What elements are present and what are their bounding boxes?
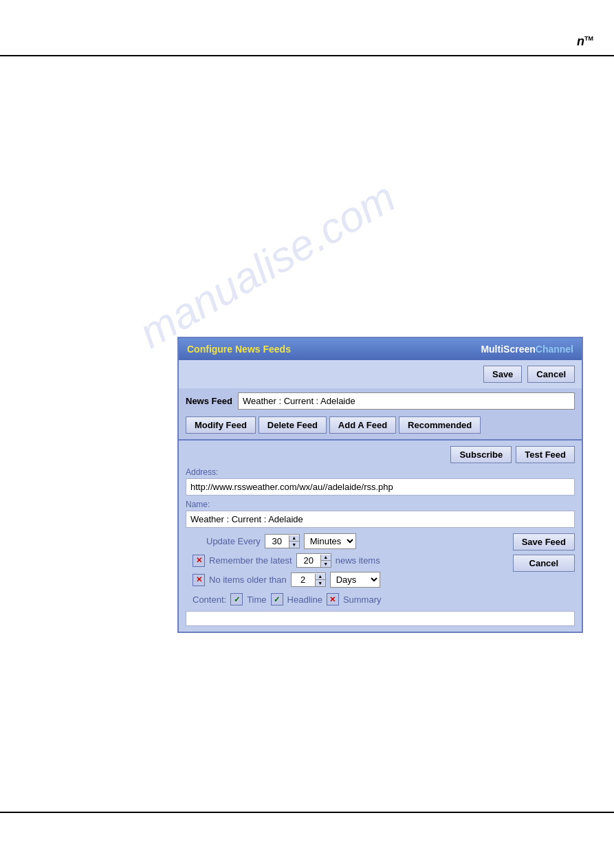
remember-spinner-buttons: ▲ ▼ [320, 555, 331, 567]
no-items-unit-select[interactable]: Days Weeks Months [330, 572, 380, 588]
dialog-brand: MultiScreenChannel [481, 344, 573, 355]
configure-dialog: Configure News Feeds MultiScreenChannel … [177, 337, 583, 633]
status-bar [186, 611, 575, 626]
headline-label: Headline [287, 594, 322, 605]
logo-n: n [577, 34, 584, 48]
address-label: Address: [186, 467, 575, 477]
save-button[interactable]: Save [483, 366, 522, 383]
recommended-button[interactable]: Recommended [399, 416, 481, 434]
dialog-title: Configure News Feeds [187, 344, 291, 355]
remember-value-input[interactable] [297, 554, 320, 567]
update-every-row: Update Every ▲ ▼ Minutes Hours Days [206, 533, 499, 549]
update-spinner: ▲ ▼ [265, 534, 300, 548]
update-spinner-buttons: ▲ ▼ [289, 535, 299, 548]
no-items-spinner: ▲ ▼ [291, 572, 326, 587]
bottom-border [0, 812, 614, 813]
remember-increment-btn[interactable]: ▲ [321, 555, 331, 561]
subscribe-row: Subscribe Test Feed [186, 446, 575, 463]
save-feed-button[interactable]: Save Feed [513, 533, 575, 550]
top-border [0, 55, 614, 56]
no-items-label: No items older than [209, 575, 287, 585]
dialog-titlebar: Configure News Feeds MultiScreenChannel [179, 338, 582, 360]
time-checkbox[interactable]: ✓ [230, 593, 243, 605]
top-buttons-row: Save Cancel [179, 360, 582, 388]
content-label: Content: [193, 594, 226, 605]
modify-feed-button[interactable]: Modify Feed [186, 416, 256, 434]
newsfeed-select-wrapper: Weather : Current : Adelaide [238, 392, 575, 410]
remember-label: Remember the latest [209, 555, 292, 566]
remember-row: ✕ Remember the latest ▲ ▼ news items [193, 553, 499, 568]
no-items-increment-btn[interactable]: ▲ [316, 574, 325, 580]
no-items-value-input[interactable] [292, 573, 315, 586]
remember-decrement-btn[interactable]: ▼ [321, 561, 331, 567]
cancel-button[interactable]: Cancel [527, 366, 575, 383]
name-input[interactable] [186, 511, 575, 528]
no-items-checkbox[interactable]: ✕ [193, 574, 205, 586]
brand-multi: MultiScreen [481, 344, 535, 355]
time-label: Time [247, 594, 266, 605]
update-label: Update Every [206, 536, 261, 546]
cancel-feed-button[interactable]: Cancel [513, 555, 575, 572]
summary-label: Summary [343, 594, 382, 605]
brand-channel: Channel [536, 344, 573, 355]
no-items-decrement-btn[interactable]: ▼ [316, 580, 325, 586]
options-area: Update Every ▲ ▼ Minutes Hours Days ✕ R [186, 533, 575, 605]
subscribe-button[interactable]: Subscribe [450, 446, 512, 463]
logo-tm: TM [584, 35, 593, 42]
side-buttons: Save Feed Cancel [513, 533, 575, 572]
remember-checkbox[interactable]: ✕ [193, 555, 205, 567]
add-feed-button[interactable]: Add A Feed [329, 416, 396, 434]
summary-checkbox[interactable]: ✕ [327, 593, 339, 605]
no-items-spinner-buttons: ▲ ▼ [315, 574, 325, 586]
headline-checkbox[interactable]: ✓ [271, 593, 283, 605]
no-items-row: ✕ No items older than ▲ ▼ Days Weeks Mon… [193, 572, 499, 588]
remember-spinner: ▲ ▼ [296, 553, 331, 568]
update-value-input[interactable] [265, 535, 289, 548]
newsfeed-row: News Feed Weather : Current : Adelaide [179, 388, 582, 414]
update-increment-btn[interactable]: ▲ [289, 535, 299, 542]
newsfeed-label: News Feed [186, 396, 232, 406]
content-row: Content: ✓ Time ✓ Headline ✕ Summary [193, 593, 499, 605]
remember-suffix: news items [336, 555, 380, 566]
action-buttons-row: Modify Feed Delete Feed Add A Feed Recom… [179, 414, 582, 439]
name-label: Name: [186, 500, 575, 509]
logo: nTM [577, 34, 593, 49]
delete-feed-button[interactable]: Delete Feed [259, 416, 327, 434]
update-unit-select[interactable]: Minutes Hours Days [304, 533, 356, 549]
update-decrement-btn[interactable]: ▼ [289, 542, 299, 548]
address-input[interactable] [186, 478, 575, 496]
feed-config: Subscribe Test Feed Address: Name: Updat… [179, 441, 582, 632]
test-feed-button[interactable]: Test Feed [516, 446, 575, 463]
watermark: manualise.com [131, 173, 404, 358]
newsfeed-select[interactable]: Weather : Current : Adelaide [238, 392, 575, 410]
